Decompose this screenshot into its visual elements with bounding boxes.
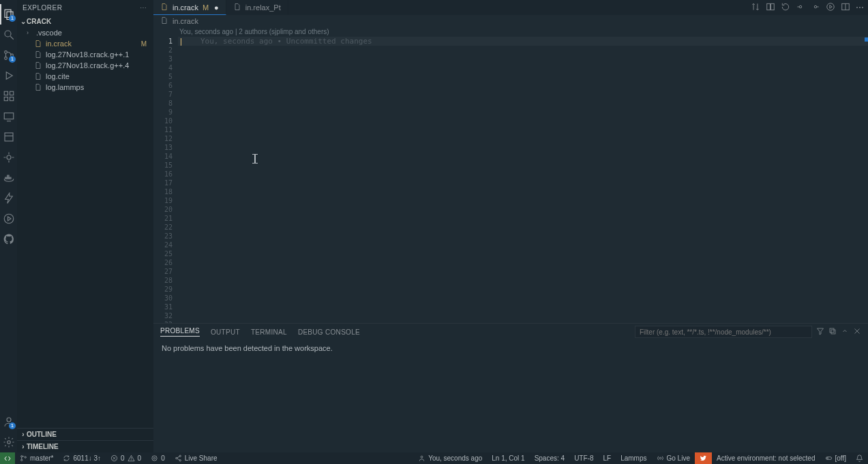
tree-file[interactable]: in.crack M: [17, 38, 153, 49]
tree-folder[interactable]: › .vscode: [17, 27, 153, 38]
svg-point-40: [21, 456, 23, 457]
svg-line-53: [177, 457, 179, 458]
problems-message: No problems have been detected in the wo…: [153, 340, 868, 356]
panel-maximize-icon[interactable]: [841, 327, 849, 337]
tree-file[interactable]: log.27Nov18.crack.g++.4: [17, 60, 153, 71]
file-icon: [33, 61, 43, 69]
collapse-all-icon[interactable]: [828, 327, 837, 337]
run-icon[interactable]: [826, 2, 835, 14]
project-name: CRACK: [27, 18, 51, 25]
explorer-icon[interactable]: 1: [0, 4, 17, 25]
status-language[interactable]: Lammps: [616, 452, 651, 464]
search-icon[interactable]: [0, 25, 17, 45]
remote-explorer-icon[interactable]: [0, 106, 17, 127]
svg-rect-12: [4, 113, 14, 119]
svg-rect-11: [10, 97, 13, 101]
gear-icon[interactable]: [0, 432, 17, 452]
project-header[interactable]: ⌄ CRACK: [17, 15, 153, 27]
file-icon: [160, 3, 168, 12]
activity-bar: 1 1: [0, 0, 17, 452]
status-spaces[interactable]: Spaces: 4: [530, 452, 569, 464]
status-position[interactable]: Ln 1, Col 1: [487, 452, 529, 464]
svg-point-27: [799, 5, 802, 8]
run-debug-icon[interactable]: [0, 65, 17, 86]
code-area[interactable]: You, seconds ago • Uncommitted changes: [178, 37, 868, 323]
svg-rect-36: [830, 328, 834, 332]
status-live-share[interactable]: Live Share: [170, 452, 222, 464]
tab-in-crack[interactable]: in.crack M ●: [153, 0, 226, 15]
editor-body[interactable]: 12345 678910 1112131415 1617181920 21222…: [153, 37, 868, 323]
filter-icon[interactable]: [816, 327, 824, 337]
sidebar-more-icon[interactable]: ⋯: [140, 4, 148, 12]
svg-point-49: [152, 456, 157, 461]
svg-point-52: [179, 460, 181, 461]
tab-in-relax-pt[interactable]: in.relax_Pt: [226, 0, 288, 15]
git-blame-ghost: You, seconds ago • Uncommitted changes: [200, 37, 372, 46]
svg-point-58: [826, 458, 828, 459]
svg-point-42: [25, 457, 26, 458]
panel-tab-problems[interactable]: PROBLEMS: [160, 327, 200, 337]
svg-marker-32: [830, 5, 833, 8]
panel-close-icon[interactable]: [853, 327, 861, 337]
svg-rect-10: [4, 97, 8, 101]
tree-file[interactable]: log.cite: [17, 71, 153, 82]
tree-file[interactable]: log.27Nov18.crack.g++.1: [17, 49, 153, 60]
play-circle-icon[interactable]: [0, 208, 17, 229]
remote-icon[interactable]: [0, 452, 15, 464]
status-errors[interactable]: 0 0: [106, 452, 146, 464]
panel-tab-terminal[interactable]: TERMINAL: [251, 328, 287, 336]
timeline-section[interactable]: › TIMELINE: [17, 440, 153, 452]
panel-tab-output[interactable]: OUTPUT: [211, 328, 240, 336]
status-ports[interactable]: 0: [146, 452, 170, 464]
svg-point-56: [659, 457, 661, 459]
outline-section[interactable]: › OUTLINE: [17, 428, 153, 440]
docker-icon[interactable]: [0, 168, 17, 188]
commit-prev-icon[interactable]: [796, 2, 805, 14]
status-blame[interactable]: You, seconds ago: [413, 452, 487, 464]
compare-icon[interactable]: [751, 2, 760, 14]
svg-point-55: [421, 456, 423, 458]
svg-marker-35: [818, 328, 824, 335]
sidebar-title: EXPLORER: [23, 4, 62, 12]
svg-line-3: [10, 36, 14, 40]
svg-point-4: [4, 51, 7, 54]
svg-rect-14: [5, 133, 13, 141]
svg-point-31: [827, 3, 835, 10]
status-encoding[interactable]: UTF-8: [569, 452, 598, 464]
status-toggle[interactable]: [off]: [820, 452, 852, 464]
gitlens-icon[interactable]: [0, 147, 17, 168]
panel-tab-debug[interactable]: DEBUG CONSOLE: [298, 328, 360, 336]
svg-point-2: [5, 31, 11, 37]
status-eol[interactable]: LF: [598, 452, 616, 464]
github-icon[interactable]: [0, 229, 17, 249]
codelens[interactable]: You, seconds ago | 2 authors (sjplimp an…: [153, 27, 868, 37]
commit-next-icon[interactable]: [811, 2, 820, 14]
file-icon: [33, 50, 43, 59]
problems-filter-input[interactable]: [635, 326, 812, 338]
source-control-icon[interactable]: 1: [0, 45, 17, 65]
more-actions-icon[interactable]: ⋯: [856, 3, 864, 12]
extensions-icon[interactable]: [0, 86, 17, 106]
overview-ruler[interactable]: [865, 37, 868, 323]
status-go-live[interactable]: Go Live: [652, 452, 695, 464]
file-icon: [233, 3, 241, 12]
revert-icon[interactable]: [781, 2, 790, 14]
status-environment[interactable]: Active environment: not selected: [712, 452, 820, 464]
split-editor-icon[interactable]: [841, 2, 850, 14]
status-sync[interactable]: 6011↓ 3↑: [58, 452, 106, 464]
thunder-icon[interactable]: [0, 188, 17, 208]
svg-rect-17: [5, 177, 6, 179]
svg-rect-18: [7, 177, 8, 179]
svg-rect-8: [4, 91, 8, 95]
status-tweet-icon[interactable]: [695, 452, 712, 464]
diff-icon[interactable]: [766, 2, 775, 14]
accounts-badge: 1: [9, 422, 16, 429]
breadcrumb[interactable]: in.crack: [153, 15, 868, 27]
svg-rect-37: [831, 330, 835, 334]
project-icon[interactable]: [0, 127, 17, 147]
accounts-icon[interactable]: 1: [0, 412, 17, 432]
tree-file[interactable]: log.lammps: [17, 82, 153, 93]
status-bell-icon[interactable]: [851, 452, 868, 464]
status-branch[interactable]: master*: [15, 452, 58, 464]
status-bar: master* 6011↓ 3↑ 0 0 0 Live Share You, s…: [0, 452, 868, 464]
